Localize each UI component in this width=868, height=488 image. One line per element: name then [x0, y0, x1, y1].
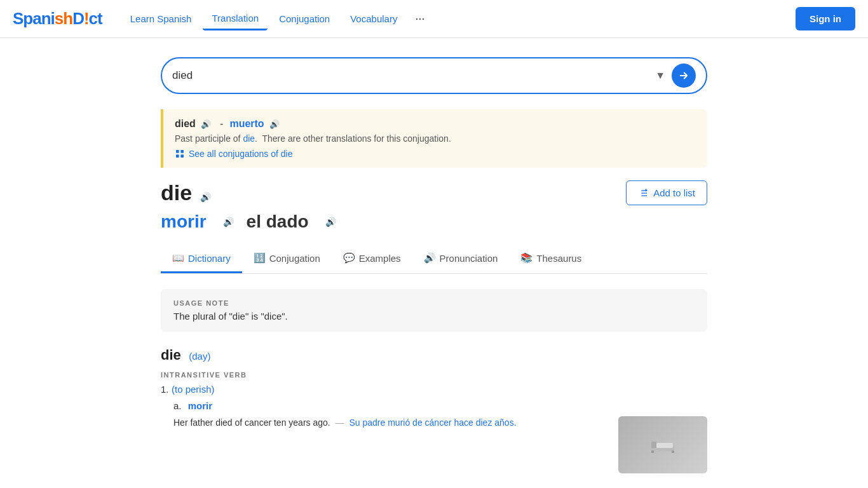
main-content: ▼ died 🔊 - muerto 🔊 Past participle of d… [148, 38, 720, 488]
svg-rect-0 [176, 150, 179, 153]
usage-note-title: USAGE NOTE [173, 299, 695, 307]
main-nav: Learn Spanish Translation Conjugation Vo… [121, 7, 796, 30]
word-title-group: die 🔊 [161, 180, 211, 205]
dictionary-tab-icon: 📖 [172, 252, 184, 264]
site-header: SpanishD!ct Learn Spanish Translation Co… [0, 0, 868, 38]
svg-rect-2 [176, 154, 179, 158]
tab-pronunciation[interactable]: 🔊 Pronunciation [412, 245, 510, 273]
add-list-icon [638, 188, 648, 198]
tab-examples[interactable]: 💬 Examples [332, 245, 412, 273]
search-container: ▼ [161, 57, 707, 94]
word-title: die [161, 180, 192, 205]
example-row: Her father died of cancer ten years ago.… [173, 416, 707, 473]
search-button[interactable] [672, 64, 696, 88]
nav-conjugation[interactable]: Conjugation [270, 8, 339, 29]
search-dropdown-icon[interactable]: ▼ [655, 70, 665, 81]
svg-rect-15 [672, 451, 674, 453]
usage-note: USAGE NOTE The plural of "die" is "dice"… [161, 289, 707, 332]
add-to-list-button[interactable]: Add to list [626, 180, 707, 205]
examples-tab-icon: 💬 [343, 252, 355, 264]
entry-word-header: die (day) [161, 347, 707, 363]
thesaurus-tab-icon: 📚 [520, 252, 532, 264]
svg-rect-3 [180, 154, 184, 158]
translation-primary: morir [161, 212, 207, 232]
sense-gloss: (to perish) [172, 384, 215, 395]
conjugations-icon [175, 149, 185, 159]
conjugation-banner: died 🔊 - muerto 🔊 Past participle of die… [161, 109, 707, 168]
arrow-right-icon [678, 70, 689, 81]
sense-number: 1. [161, 384, 169, 395]
site-logo[interactable]: SpanishD!ct [13, 9, 102, 29]
logo-text: Spani [13, 9, 55, 28]
conjugation-tab-icon: 🔢 [254, 252, 266, 264]
word-sound-icon[interactable]: 🔊 [200, 192, 211, 202]
svg-rect-16 [656, 443, 673, 448]
tab-dictionary[interactable]: 📖 Dictionary [161, 245, 242, 273]
sub-word[interactable]: morir [188, 400, 212, 411]
svg-rect-14 [651, 451, 654, 453]
nav-learn-spanish[interactable]: Learn Spanish [121, 8, 201, 29]
entry-phonetic: (day) [189, 351, 210, 362]
search-input[interactable] [172, 69, 655, 82]
banner-sound-en[interactable]: 🔊 [201, 119, 211, 129]
nav-vocabulary[interactable]: Vocabulary [341, 8, 406, 29]
translations: morir 🔊 el dado 🔊 [161, 212, 707, 232]
sub-sense-a: a. morir Her father died of cancer ten y… [173, 400, 707, 473]
word-header: die 🔊 Add to list [161, 180, 707, 205]
svg-rect-13 [651, 442, 656, 448]
content-tabs: 📖 Dictionary 🔢 Conjugation 💬 Examples 🔊 … [161, 245, 707, 274]
see-all-conjugations[interactable]: See all conjugations of die [175, 149, 696, 159]
pos-label: INTRANSITIVE VERB [161, 371, 707, 379]
banner-word-es: muerto [229, 118, 264, 129]
translation-secondary-sound[interactable]: 🔊 [325, 217, 336, 227]
banner-word-en: died [175, 118, 196, 129]
die-link[interactable]: die [243, 133, 255, 144]
bed-icon [650, 432, 675, 458]
translation-primary-sound[interactable]: 🔊 [223, 217, 234, 227]
tab-conjugation[interactable]: 🔢 Conjugation [242, 245, 332, 273]
pronunciation-tab-icon: 🔊 [424, 252, 436, 264]
entry-word: die [161, 347, 181, 363]
banner-sound-es[interactable]: 🔊 [269, 119, 280, 129]
example-text: Her father died of cancer ten years ago.… [173, 416, 606, 430]
nav-more-icon[interactable]: ··· [409, 7, 431, 30]
example-image [618, 416, 707, 473]
translation-secondary: el dado [247, 212, 309, 232]
svg-rect-1 [180, 150, 184, 153]
nav-translation[interactable]: Translation [203, 8, 268, 30]
banner-description: Past participle of die. There are other … [175, 133, 696, 144]
usage-note-text: The plural of "die" is "dice". [173, 311, 695, 322]
sense-1: 1. (to perish) a. morir Her father died … [161, 384, 707, 473]
tab-thesaurus[interactable]: 📚 Thesaurus [509, 245, 593, 273]
sign-in-button[interactable]: Sign in [796, 7, 855, 30]
dictionary-entry: die (day) INTRANSITIVE VERB 1. (to peris… [161, 347, 707, 473]
